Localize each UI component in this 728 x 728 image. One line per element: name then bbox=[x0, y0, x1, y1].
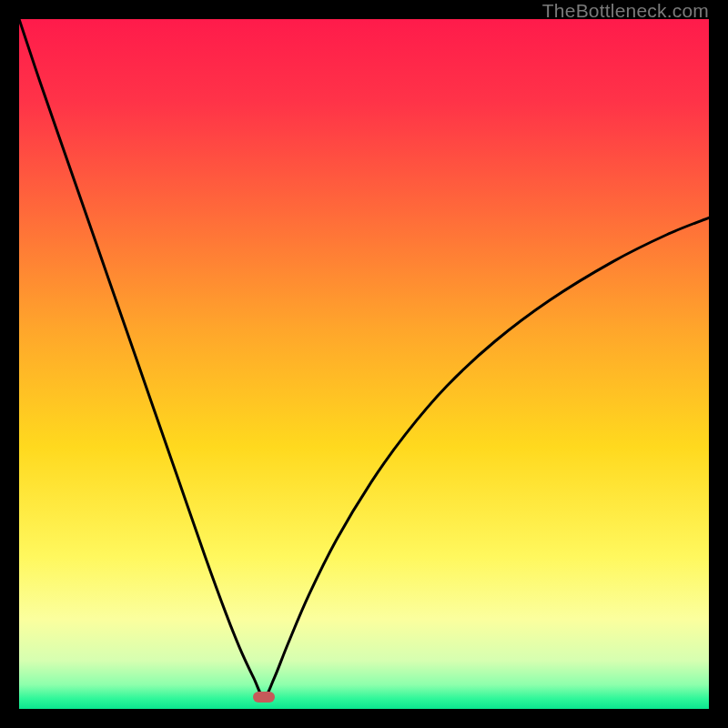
chart-frame bbox=[19, 19, 709, 709]
bottleneck-curve bbox=[19, 19, 709, 709]
optimal-point-marker bbox=[253, 692, 275, 703]
